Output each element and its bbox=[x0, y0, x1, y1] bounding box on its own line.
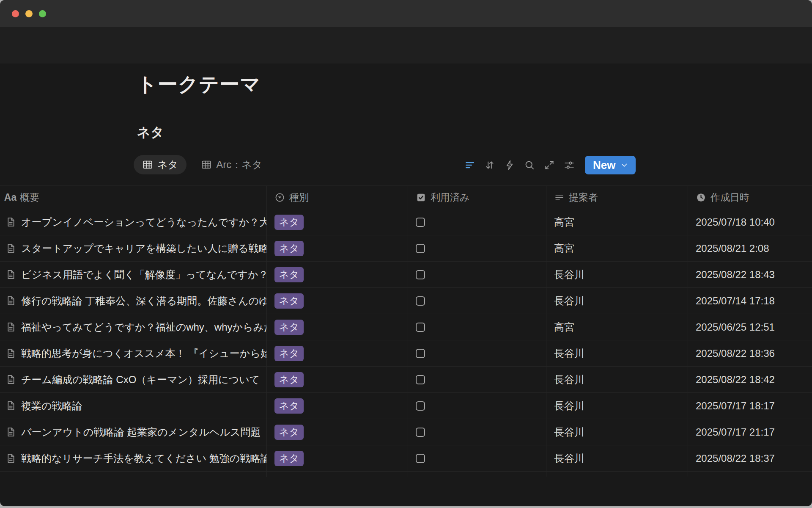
type-cell[interactable]: ネタ bbox=[267, 419, 408, 445]
filter-icon[interactable] bbox=[464, 160, 475, 171]
new-button[interactable]: New bbox=[585, 156, 636, 174]
column-header-label: 作成日時 bbox=[710, 191, 749, 204]
used-cell[interactable] bbox=[408, 340, 546, 366]
database-title[interactable]: ネタ bbox=[137, 124, 164, 141]
title-cell[interactable]: 複業の戦略論 bbox=[0, 393, 267, 419]
used-cell[interactable] bbox=[408, 314, 546, 340]
used-cell[interactable] bbox=[408, 445, 546, 471]
column-header-label: 種別 bbox=[289, 191, 309, 204]
proposer-cell[interactable]: 高宮 bbox=[546, 209, 688, 235]
created-cell[interactable]: 2025/08/22 18:43 bbox=[688, 262, 812, 287]
type-tag: ネタ bbox=[274, 425, 304, 440]
column-header[interactable]: 種別 bbox=[267, 186, 408, 209]
title-cell[interactable]: 修行の戦略論 丁稚奉公、深く潜る期間。佐藤さんのゆる bbox=[0, 288, 267, 314]
close-button[interactable] bbox=[12, 10, 19, 17]
used-checkbox[interactable] bbox=[416, 244, 425, 253]
title-cell[interactable]: 福祉やってみてどうですか？福祉のwhy、whyからみた福祉 bbox=[0, 314, 267, 340]
created-cell[interactable]: 2025/08/22 18:37 bbox=[688, 445, 812, 471]
proposer-cell[interactable]: 高宮 bbox=[546, 235, 688, 261]
used-checkbox[interactable] bbox=[416, 270, 425, 279]
title-cell[interactable]: チーム編成の戦略論 CxO（キーマン）採用について bbox=[0, 367, 267, 392]
created-cell[interactable]: 2025/08/21 2:08 bbox=[688, 235, 812, 261]
type-cell[interactable]: ネタ bbox=[267, 340, 408, 366]
header-band bbox=[0, 27, 812, 64]
used-checkbox[interactable] bbox=[416, 296, 425, 306]
table-row: 戦略的思考が身につくオススメ本！ 『イシューから始めネタ長谷川2025/08/2… bbox=[0, 340, 812, 367]
zoom-button[interactable] bbox=[39, 10, 46, 17]
search-icon[interactable] bbox=[524, 160, 535, 171]
used-checkbox[interactable] bbox=[416, 454, 425, 463]
table-icon bbox=[201, 159, 212, 170]
page-icon bbox=[5, 216, 16, 228]
created-value: 2025/08/22 18:36 bbox=[696, 348, 775, 359]
used-cell[interactable] bbox=[408, 209, 546, 235]
type-cell[interactable]: ネタ bbox=[267, 445, 408, 471]
proposer-cell[interactable]: 長谷川 bbox=[546, 393, 688, 419]
proposer-cell[interactable]: 長谷川 bbox=[546, 262, 688, 287]
table-row: ビジネス用語でよく聞く「解像度」ってなんですか？ネタ長谷川2025/08/22 … bbox=[0, 262, 812, 288]
title-cell[interactable]: スタートアップでキャリアを構築したい人に贈る戦略論 bbox=[0, 235, 267, 261]
created-cell[interactable]: 2025/07/14 17:18 bbox=[688, 288, 812, 314]
minimize-button[interactable] bbox=[25, 10, 33, 17]
checkbox-icon bbox=[416, 192, 426, 203]
used-checkbox[interactable] bbox=[416, 375, 425, 384]
title-cell[interactable]: バーンアウトの戦略論 起業家のメンタルヘルス問題 bbox=[0, 419, 267, 445]
column-header[interactable]: 提案者 bbox=[546, 186, 688, 209]
title-cell[interactable]: 戦略的思考が身につくオススメ本！ 『イシューから始め bbox=[0, 340, 267, 366]
page-title[interactable]: トークテーマ bbox=[137, 71, 261, 98]
created-cell[interactable]: 2025/07/17 18:17 bbox=[688, 393, 812, 419]
page-icon bbox=[5, 374, 16, 385]
used-checkbox[interactable] bbox=[416, 349, 425, 358]
type-cell[interactable]: ネタ bbox=[267, 314, 408, 340]
column-header[interactable]: Aa概要 bbox=[0, 186, 267, 209]
type-cell[interactable]: ネタ bbox=[267, 262, 408, 287]
column-header[interactable]: 作成日時 bbox=[688, 186, 812, 209]
used-cell[interactable] bbox=[408, 393, 546, 419]
type-cell[interactable]: ネタ bbox=[267, 393, 408, 419]
view-tab-arc-neta[interactable]: Arc：ネタ bbox=[192, 155, 271, 174]
created-cell[interactable]: 2025/07/18 10:40 bbox=[688, 209, 812, 235]
created-cell[interactable]: 2025/06/25 12:51 bbox=[688, 314, 812, 340]
page-icon bbox=[5, 321, 16, 333]
column-header[interactable]: 利用済み bbox=[408, 186, 546, 209]
view-tab-label: ネタ bbox=[157, 158, 178, 171]
chevron-down-icon[interactable] bbox=[619, 160, 629, 170]
used-cell[interactable] bbox=[408, 262, 546, 287]
type-cell[interactable]: ネタ bbox=[267, 235, 408, 261]
used-checkbox[interactable] bbox=[416, 218, 425, 227]
view-toolbar-icons bbox=[464, 160, 575, 171]
sliders-icon[interactable] bbox=[564, 160, 575, 171]
title-cell[interactable]: ビジネス用語でよく聞く「解像度」ってなんですか？ bbox=[0, 262, 267, 287]
view-tab-neta[interactable]: ネタ bbox=[134, 155, 187, 174]
type-cell[interactable]: ネタ bbox=[267, 288, 408, 314]
view-tabs: ネタArc：ネタ bbox=[134, 155, 271, 174]
type-cell[interactable]: ネタ bbox=[267, 209, 408, 235]
used-checkbox[interactable] bbox=[416, 401, 425, 411]
created-value: 2025/07/17 18:17 bbox=[696, 400, 775, 412]
used-cell[interactable] bbox=[408, 367, 546, 392]
used-cell[interactable] bbox=[408, 235, 546, 261]
page-icon bbox=[5, 348, 16, 359]
used-cell[interactable] bbox=[408, 288, 546, 314]
created-value: 2025/08/22 18:42 bbox=[696, 374, 775, 386]
page-icon bbox=[5, 269, 16, 280]
created-cell[interactable]: 2025/07/17 21:17 bbox=[688, 419, 812, 445]
proposer-cell[interactable]: 長谷川 bbox=[546, 367, 688, 392]
title-cell[interactable]: オープンイノベーションってどうなったんですか？大企業 bbox=[0, 209, 267, 235]
proposer-cell[interactable]: 長谷川 bbox=[546, 288, 688, 314]
title-cell[interactable]: 戦略的なリサーチ手法を教えてください 勉強の戦略論、あ bbox=[0, 445, 267, 471]
proposer-cell[interactable]: 長谷川 bbox=[546, 445, 688, 471]
created-cell[interactable]: 2025/08/22 18:36 bbox=[688, 340, 812, 366]
used-checkbox[interactable] bbox=[416, 323, 425, 332]
expand-icon[interactable] bbox=[544, 160, 555, 171]
proposer-cell[interactable]: 高宮 bbox=[546, 314, 688, 340]
created-cell[interactable]: 2025/08/22 18:42 bbox=[688, 367, 812, 392]
proposer-cell[interactable]: 長谷川 bbox=[546, 419, 688, 445]
used-cell[interactable] bbox=[408, 419, 546, 445]
type-cell[interactable]: ネタ bbox=[267, 367, 408, 392]
bolt-icon[interactable] bbox=[504, 160, 515, 171]
created-value: 2025/06/25 12:51 bbox=[696, 321, 775, 333]
used-checkbox[interactable] bbox=[416, 428, 425, 437]
proposer-cell[interactable]: 長谷川 bbox=[546, 340, 688, 366]
sort-icon[interactable] bbox=[484, 160, 495, 171]
